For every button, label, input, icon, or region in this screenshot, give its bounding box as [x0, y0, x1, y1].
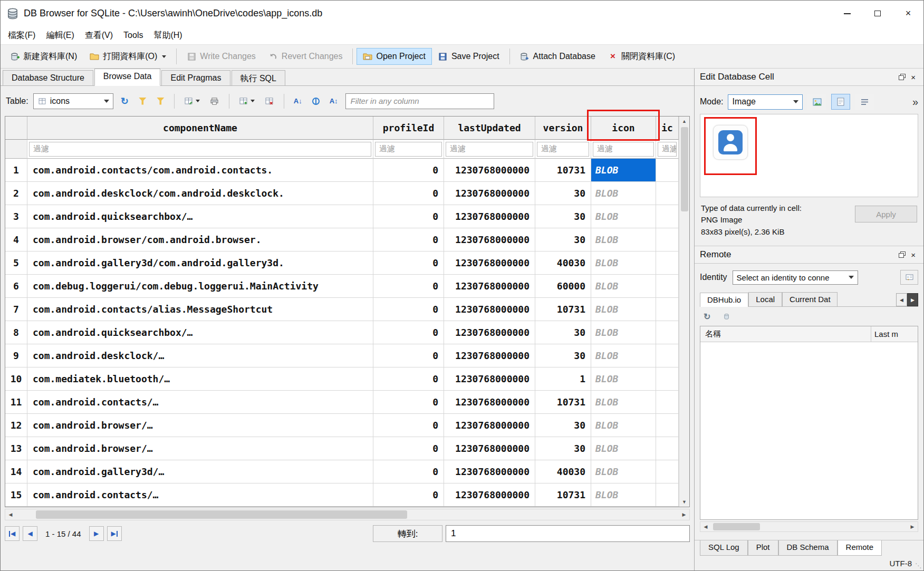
remote-table-body[interactable]	[700, 342, 918, 519]
cell-profileId[interactable]: 0	[373, 391, 444, 414]
cell-lastUpdated[interactable]: 1230768000000	[444, 367, 535, 391]
cell-icon[interactable]: BLOB	[591, 228, 656, 251]
vertical-scrollbar-thumb[interactable]	[681, 127, 688, 211]
open-database-dropdown-arrow[interactable]	[162, 55, 166, 58]
menu-edit[interactable]: 編輯(E)	[41, 27, 79, 44]
cell-profileId[interactable]: 0	[373, 182, 444, 205]
first-page-button[interactable]: ◀	[5, 526, 20, 541]
sort-ascending-button[interactable]: A↓	[291, 94, 305, 108]
menu-view[interactable]: 查看(V)	[80, 27, 118, 44]
cell-componentName[interactable]: com.android.browser/…	[27, 437, 373, 460]
bottom-tab-sql-log[interactable]: SQL Log	[700, 540, 748, 556]
open-database-button[interactable]: 打開資料庫(O)	[83, 47, 172, 66]
remote-close-button[interactable]: ×	[908, 249, 918, 260]
cell-componentName[interactable]: com.android.gallery3d/com.android.galler…	[27, 251, 373, 275]
row-number[interactable]: 7	[5, 298, 27, 321]
cell-componentName[interactable]: com.android.browser/…	[27, 414, 373, 437]
column-header-lastUpdated[interactable]: lastUpdated	[444, 117, 535, 140]
menu-tools[interactable]: Tools	[118, 28, 148, 43]
row-number[interactable]: 9	[5, 344, 27, 367]
cell-profileId[interactable]: 0	[373, 367, 444, 391]
cell-version[interactable]: 30	[535, 437, 591, 460]
cell-lastUpdated[interactable]: 1230768000000	[444, 321, 535, 344]
remote-tab-dbhub[interactable]: DBHub.io	[700, 293, 748, 307]
edit-cell-close-button[interactable]: ×	[908, 72, 918, 83]
remote-scroll-right-icon[interactable]: ▶	[907, 522, 918, 531]
cell-componentName[interactable]: com.android.contacts/…	[27, 483, 373, 507]
cell-icon[interactable]: BLOB	[591, 205, 656, 228]
export-table-button[interactable]	[181, 94, 203, 109]
cell-profileId[interactable]: 0	[373, 228, 444, 251]
cell-lastUpdated[interactable]: 1230768000000	[444, 298, 535, 321]
row-number[interactable]: 3	[5, 205, 27, 228]
remote-tab-local[interactable]: Local	[748, 292, 782, 306]
cell-componentName[interactable]: com.debug.loggerui/com.debug.loggerui.Ma…	[27, 275, 373, 298]
remote-tabs-scroll-right-button[interactable]: ▶	[907, 293, 918, 306]
mode-select[interactable]: Image	[728, 94, 803, 110]
cell-lastUpdated[interactable]: 1230768000000	[444, 159, 535, 182]
cell-lastUpdated[interactable]: 1230768000000	[444, 182, 535, 205]
cell-profileId[interactable]: 0	[373, 460, 444, 483]
row-number[interactable]: 5	[5, 251, 27, 275]
cell-version[interactable]: 30	[535, 228, 591, 251]
cell-version[interactable]: 10731	[535, 483, 591, 507]
menu-help[interactable]: 幫助(H)	[148, 27, 187, 44]
remote-horizontal-scrollbar[interactable]: ◀ ▶	[700, 521, 918, 532]
column-header-icon[interactable]: icon	[591, 117, 656, 140]
scroll-right-icon[interactable]: ▶	[679, 509, 689, 520]
write-changes-button[interactable]: Write Changes	[180, 48, 262, 65]
row-number[interactable]: 11	[5, 391, 27, 414]
bottom-tab-remote[interactable]: Remote	[838, 540, 882, 556]
cell-componentName[interactable]: com.android.contacts/com.android.contact…	[27, 159, 373, 182]
cell-icon[interactable]: BLOB	[591, 460, 656, 483]
cell-partial[interactable]	[656, 321, 679, 344]
row-number[interactable]: 13	[5, 437, 27, 460]
tab-database-structure[interactable]: Database Structure	[3, 70, 93, 85]
image-mode-button[interactable]	[807, 94, 826, 110]
row-number[interactable]: 15	[5, 483, 27, 507]
table-select[interactable]: icons	[33, 93, 113, 109]
row-number[interactable]: 8	[5, 321, 27, 344]
cell-lastUpdated[interactable]: 1230768000000	[444, 228, 535, 251]
cell-profileId[interactable]: 0	[373, 205, 444, 228]
blob-image-thumbnail[interactable]	[713, 125, 748, 160]
cell-icon[interactable]: BLOB	[591, 391, 656, 414]
bottom-tab-plot[interactable]: Plot	[748, 540, 778, 556]
filter-input-partial[interactable]: 過濾	[658, 142, 677, 157]
sort-case-button[interactable]: A↕	[327, 94, 341, 108]
column-header-partial[interactable]: ic	[656, 117, 679, 140]
goto-button[interactable]: 轉到:	[373, 525, 442, 542]
filter-input-componentName[interactable]: 過濾	[29, 142, 371, 157]
cell-profileId[interactable]: 0	[373, 159, 444, 182]
filter-any-column-input[interactable]	[345, 93, 494, 109]
cell-profileId[interactable]: 0	[373, 414, 444, 437]
refresh-table-button[interactable]: ↻	[118, 93, 131, 110]
attach-database-button[interactable]: Attach Database	[514, 48, 602, 65]
cell-componentName[interactable]: com.android.gallery3d/…	[27, 460, 373, 483]
remote-scrollbar-track[interactable]	[711, 522, 907, 531]
close-button[interactable]: ×	[893, 1, 923, 26]
cell-partial[interactable]	[656, 483, 679, 507]
vertical-scrollbar[interactable]: ▲ ▼	[679, 117, 689, 507]
cell-lastUpdated[interactable]: 1230768000000	[444, 275, 535, 298]
cell-componentName[interactable]: com.android.deskclock/…	[27, 344, 373, 367]
next-page-button[interactable]: ▶	[89, 526, 104, 541]
text-mode-button[interactable]	[831, 94, 850, 110]
edit-cell-float-button[interactable]	[896, 73, 908, 81]
cell-partial[interactable]	[656, 391, 679, 414]
cell-icon[interactable]: BLOB	[591, 298, 656, 321]
cell-profileId[interactable]: 0	[373, 298, 444, 321]
cell-partial[interactable]	[656, 414, 679, 437]
cell-partial[interactable]	[656, 251, 679, 275]
cell-icon[interactable]: BLOB	[591, 344, 656, 367]
cell-version[interactable]: 40030	[535, 460, 591, 483]
row-number[interactable]: 2	[5, 182, 27, 205]
cell-partial[interactable]	[656, 460, 679, 483]
identity-select[interactable]: Select an identity to conne	[733, 270, 858, 285]
remote-clone-button[interactable]	[720, 310, 734, 323]
horizontal-scrollbar-track[interactable]	[16, 509, 679, 520]
remote-scroll-left-icon[interactable]: ◀	[700, 522, 711, 531]
cell-profileId[interactable]: 0	[373, 483, 444, 507]
revert-changes-button[interactable]: Revert Changes	[262, 48, 349, 65]
cell-partial[interactable]	[656, 298, 679, 321]
